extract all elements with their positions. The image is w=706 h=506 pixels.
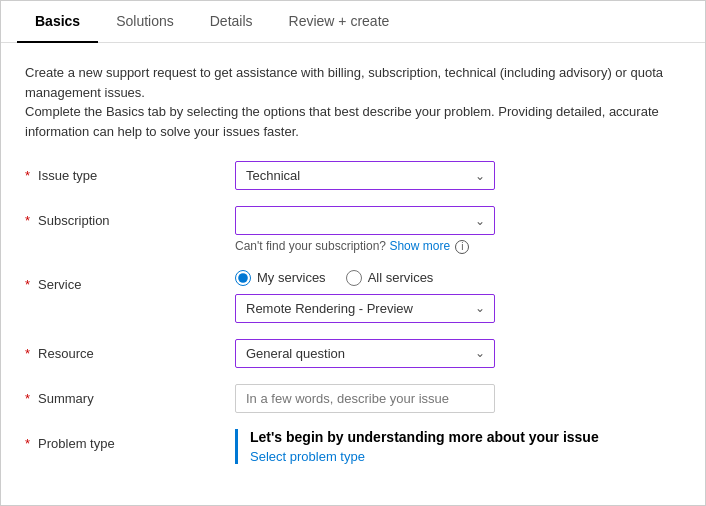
content-area: Create a new support request to get assi…: [1, 43, 705, 505]
subscription-select-wrapper: ⌄: [235, 206, 495, 235]
tab-basics[interactable]: Basics: [17, 1, 98, 43]
required-star-prob: *: [25, 436, 30, 451]
resource-control: General question ⌄: [235, 339, 681, 368]
tab-bar: Basics Solutions Details Review + create: [1, 1, 705, 43]
tab-review-create[interactable]: Review + create: [271, 1, 408, 43]
summary-control: [235, 384, 681, 413]
main-container: Basics Solutions Details Review + create…: [0, 0, 706, 506]
show-more-link[interactable]: Show more: [389, 239, 450, 253]
resource-label: * Resource: [25, 339, 235, 361]
service-select[interactable]: Remote Rendering - Preview: [235, 294, 495, 323]
required-star: *: [25, 168, 30, 183]
required-star-sub: *: [25, 213, 30, 228]
service-control: My services All services Remote Renderin…: [235, 270, 681, 323]
required-star-res: *: [25, 346, 30, 361]
description-line2: Complete the Basics tab by selecting the…: [25, 102, 681, 141]
my-services-radio-label[interactable]: My services: [235, 270, 326, 286]
subscription-note: Can't find your subscription? Show more …: [235, 239, 681, 254]
summary-row: * Summary: [25, 384, 681, 413]
required-star-sum: *: [25, 391, 30, 406]
summary-input[interactable]: [235, 384, 495, 413]
summary-label: * Summary: [25, 384, 235, 406]
all-services-radio[interactable]: [346, 270, 362, 286]
problem-type-control: Let's begin by understanding more about …: [235, 429, 681, 464]
issue-type-select-wrapper: Technical Billing Subscription managemen…: [235, 161, 495, 190]
subscription-row: * Subscription ⌄ Can't find your subscri…: [25, 206, 681, 254]
issue-type-row: * Issue type Technical Billing Subscript…: [25, 161, 681, 190]
service-label: * Service: [25, 270, 235, 292]
info-icon[interactable]: i: [455, 240, 469, 254]
subscription-label: * Subscription: [25, 206, 235, 228]
my-services-radio[interactable]: [235, 270, 251, 286]
tab-solutions[interactable]: Solutions: [98, 1, 192, 43]
select-problem-type-link[interactable]: Select problem type: [250, 449, 365, 464]
problem-type-label: * Problem type: [25, 429, 235, 451]
service-row: * Service My services All services: [25, 270, 681, 323]
issue-type-control: Technical Billing Subscription managemen…: [235, 161, 681, 190]
service-radio-group: My services All services: [235, 270, 681, 286]
all-services-radio-label[interactable]: All services: [346, 270, 434, 286]
problem-type-title: Let's begin by understanding more about …: [250, 429, 681, 445]
resource-select-wrapper: General question ⌄: [235, 339, 495, 368]
issue-type-label: * Issue type: [25, 161, 235, 183]
subscription-control: ⌄ Can't find your subscription? Show mor…: [235, 206, 681, 254]
required-star-svc: *: [25, 277, 30, 292]
resource-row: * Resource General question ⌄: [25, 339, 681, 368]
description-text: Create a new support request to get assi…: [25, 63, 681, 141]
problem-type-content: Let's begin by understanding more about …: [235, 429, 681, 464]
resource-select[interactable]: General question: [235, 339, 495, 368]
description-line1: Create a new support request to get assi…: [25, 63, 681, 102]
subscription-select[interactable]: [235, 206, 495, 235]
issue-type-select[interactable]: Technical Billing Subscription managemen…: [235, 161, 495, 190]
tab-details[interactable]: Details: [192, 1, 271, 43]
problem-type-row: * Problem type Let's begin by understand…: [25, 429, 681, 464]
service-select-wrapper: Remote Rendering - Preview ⌄: [235, 294, 495, 323]
